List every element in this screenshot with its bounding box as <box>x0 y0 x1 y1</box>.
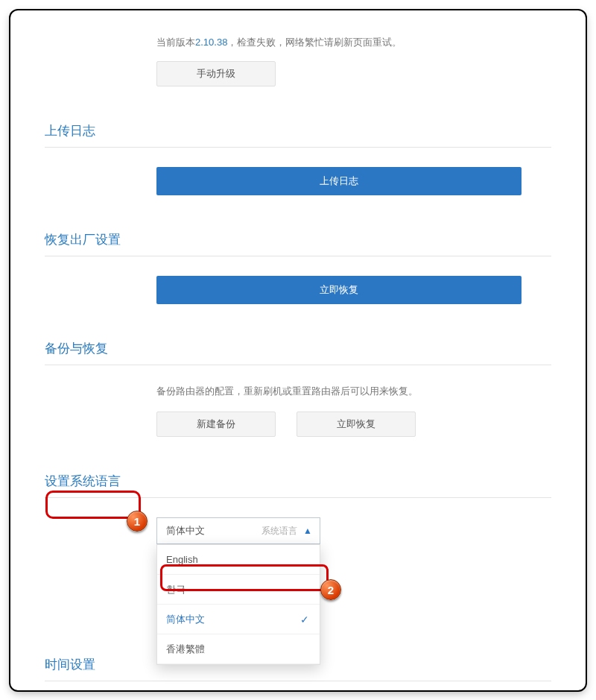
language-section: 设置系统语言 简体中文 系统语言 ▲ English 한국 简体中文 <box>45 473 551 544</box>
language-hint: 系统语言 <box>261 525 297 537</box>
language-option-simplified-chinese[interactable]: 简体中文 ✓ <box>157 605 320 634</box>
factory-reset-button[interactable]: 立即恢复 <box>156 276 522 304</box>
divider <box>45 365 551 365</box>
new-backup-button[interactable]: 新建备份 <box>156 412 276 437</box>
backup-description: 备份路由器的配置，重新刷机或重置路由器后可以用来恢复。 <box>156 385 551 398</box>
factory-reset-title: 恢复出厂设置 <box>45 231 551 256</box>
manual-upgrade-button[interactable]: 手动升级 <box>156 61 276 86</box>
language-option-label: 香港繁體 <box>166 643 205 655</box>
version-number-link[interactable]: 2.10.38 <box>195 37 227 48</box>
annotation-badge-1: 1 <box>127 511 148 532</box>
language-option-label: 한국 <box>166 584 186 595</box>
divider <box>45 147 551 148</box>
inner-content: 当前版本2.10.38，检查失败，网络繁忙请刷新页面重试。 手动升级 上传日志 … <box>10 10 586 681</box>
version-status-text: 当前版本2.10.38，检查失败，网络繁忙请刷新页面重试。 <box>156 36 551 49</box>
language-option-label: English <box>166 554 198 565</box>
backup-title: 备份与恢复 <box>45 340 551 365</box>
language-options-list: English 한국 简体中文 ✓ 香港繁體 <box>156 544 320 665</box>
chevron-up-icon: ▲ <box>303 526 312 536</box>
language-selected-value: 简体中文 <box>166 524 205 537</box>
language-option-korean[interactable]: 한국 <box>157 575 320 605</box>
language-dropdown[interactable]: 简体中文 系统语言 ▲ English 한국 简体中文 ✓ <box>156 517 320 544</box>
version-suffix: ，检查失败，网络繁忙请刷新页面重试。 <box>227 37 402 48</box>
divider <box>45 681 551 681</box>
language-select-trigger[interactable]: 简体中文 系统语言 ▲ <box>156 517 320 544</box>
settings-panel: 当前版本2.10.38，检查失败，网络繁忙请刷新页面重试。 手动升级 上传日志 … <box>10 10 586 690</box>
divider <box>45 256 551 256</box>
upload-log-section: 上传日志 上传日志 <box>45 122 551 195</box>
language-option-hk-traditional[interactable]: 香港繁體 <box>157 634 320 664</box>
backup-buttons-row: 新建备份 立即恢复 <box>156 412 551 437</box>
language-title: 设置系统语言 <box>45 473 551 497</box>
divider <box>45 497 551 498</box>
language-option-english[interactable]: English <box>157 545 320 575</box>
backup-section: 备份与恢复 备份路由器的配置，重新刷机或重置路由器后可以用来恢复。 新建备份 立… <box>45 340 551 437</box>
upload-log-button[interactable]: 上传日志 <box>156 167 522 195</box>
restore-backup-button[interactable]: 立即恢复 <box>297 412 416 437</box>
version-prefix: 当前版本 <box>156 37 195 48</box>
check-icon: ✓ <box>300 605 309 634</box>
upload-log-title: 上传日志 <box>45 122 551 147</box>
language-option-label: 简体中文 <box>166 614 205 625</box>
annotation-badge-2: 2 <box>320 579 341 600</box>
factory-reset-section: 恢复出厂设置 立即恢复 <box>45 231 551 304</box>
